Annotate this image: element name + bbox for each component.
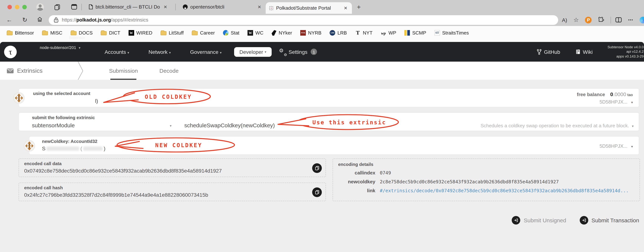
account-select-row[interactable]: using the selected account l) free balan…: [18, 88, 639, 107]
browser-tab-btcli-docs[interactable]: btcli.bittensor_cli — BTCLI Docs ✕: [86, 0, 172, 14]
minimize-window-button[interactable]: [15, 5, 19, 9]
divider: [82, 3, 82, 10]
chevron-down-icon[interactable]: ▾: [632, 124, 634, 128]
newcoldkey-param-row[interactable]: newColdkey: AccountId32 S ( ) 5D58HPJX..…: [29, 136, 639, 155]
lrb-icon: LRB: [330, 30, 335, 36]
gear-glyph: ⚙: [279, 47, 284, 53]
detail-key: link: [338, 188, 375, 194]
sidebar-icon: [70, 3, 78, 10]
bookmark-nyt[interactable]: TNYT: [355, 30, 372, 36]
nyrb-icon: NYR: [300, 30, 306, 36]
annotation-text: NEW COLDKEY: [155, 142, 202, 148]
param-label: newColdkey: AccountId32: [42, 139, 97, 144]
tab-groups-button[interactable]: [54, 3, 61, 10]
tab-stack-icon: [54, 3, 61, 10]
sign-in-icon: [580, 216, 588, 225]
home-button[interactable]: [37, 16, 43, 23]
method-select[interactable]: scheduleSwapColdkey(newColdkey): [184, 122, 275, 128]
chain-logo[interactable]: τ: [4, 45, 17, 58]
bookmark-nyker[interactable]: NYker: [272, 30, 292, 36]
wiki-link[interactable]: Wiki: [576, 49, 593, 55]
copy-call-hash-button[interactable]: [312, 187, 322, 197]
bookmark-label: Bittensor: [15, 30, 34, 36]
back-button[interactable]: ←: [6, 16, 12, 23]
redaction-blur: [47, 146, 79, 151]
close-tab-icon[interactable]: ✕: [162, 4, 169, 9]
bookmark-folder-bittensor[interactable]: Bittensor: [7, 30, 34, 36]
tab-decode[interactable]: Decode: [160, 62, 178, 80]
encoding-details-label: encoding details: [338, 162, 634, 167]
submit-unsigned-button[interactable]: Submit Unsigned: [512, 216, 566, 225]
github-link[interactable]: GitHub: [536, 49, 560, 55]
bookmark-folder-misc[interactable]: MISC: [42, 30, 62, 36]
annotation-old-coldkey: OLD COLDKEY: [102, 89, 213, 106]
encoded-section: encoded call data 0x07492c8e758dec5b9cd0…: [18, 159, 640, 201]
browser-tabstrip: btcli.bittensor_cli — BTCLI Docs ✕ opent…: [0, 0, 644, 14]
copilot-icon[interactable]: [640, 16, 644, 23]
detail-value: 2c8e758dec5b9cd0c86e932ce5843f932acab9b2…: [380, 179, 559, 185]
copy-call-data-button[interactable]: [312, 163, 322, 173]
document-icon: [88, 4, 93, 10]
read-aloud-button[interactable]: A): [562, 17, 567, 23]
nav-label: Governance: [190, 49, 218, 55]
bookmark-scmp[interactable]: SCMP: [404, 30, 426, 36]
close-tab-icon[interactable]: ✕: [342, 5, 349, 10]
bookmark-label: Stat: [231, 30, 239, 36]
module-select[interactable]: subtensorModule: [32, 122, 75, 128]
bookmark-stat[interactable]: Stat: [223, 30, 239, 36]
nav-developer[interactable]: Developer▾: [234, 47, 272, 57]
split-screen-button[interactable]: [616, 17, 622, 23]
tab-label: Submission: [109, 67, 138, 74]
nav-accounts[interactable]: Accounts▾: [104, 49, 129, 55]
bookmark-nyrb[interactable]: NYRNYRB: [300, 30, 322, 36]
browser-tab-polkadot-portal[interactable]: Polkadot/Substrate Portal ✕: [266, 2, 352, 14]
bookmark-label: NYRB: [308, 30, 322, 36]
extensions-button[interactable]: [598, 17, 604, 23]
account-address-dropdown[interactable]: 5D58HPJX...▾: [600, 99, 633, 105]
nav-governance[interactable]: Governance▾: [190, 49, 222, 55]
extrinsic-select-row: submit the following extrinsic subtensor…: [18, 112, 639, 131]
bookmark-label: NYT: [363, 30, 372, 36]
bookmark-label: StraitsTimes: [442, 30, 469, 36]
sign-in-icon: [512, 216, 520, 225]
bookmark-wc[interactable]: WWC: [248, 30, 263, 36]
submit-transaction-button[interactable]: Submit Transaction: [580, 216, 639, 225]
bookmark-straitstimes[interactable]: STStraitsTimes: [434, 30, 469, 36]
free-balance-label: free balance: [577, 92, 605, 97]
chevron-down-icon[interactable]: ▾: [170, 124, 172, 128]
bookmark-folder-litstuff[interactable]: LitStuff: [160, 30, 184, 36]
bookmark-lrb[interactable]: LRBLRB: [330, 30, 347, 36]
bookmark-label: MISC: [50, 30, 62, 36]
profile-avatar[interactable]: [36, 3, 44, 10]
github-label: GitHub: [544, 49, 560, 55]
bookmark-wp[interactable]: wpWP: [381, 30, 396, 36]
bookmark-label: DICT: [109, 30, 120, 36]
sidebar-toggle-button[interactable]: [70, 3, 78, 10]
browser-tab-opentensor[interactable]: opentensor/btcli ✕: [180, 0, 266, 14]
newyorker-icon: [272, 30, 276, 36]
favorite-star-button[interactable]: ☆: [574, 16, 579, 23]
reload-button[interactable]: ↻: [22, 16, 27, 23]
bookmark-folder-career[interactable]: Career: [192, 30, 215, 36]
close-window-button[interactable]: [8, 5, 12, 9]
nav-settings[interactable]: ⚙⚙ Settings 1: [280, 48, 317, 55]
new-tab-button[interactable]: ＋: [356, 2, 362, 11]
decode-link[interactable]: #/extrinsics/decode/0x07492c8e758dec5b9c…: [380, 188, 629, 194]
settings-more-button[interactable]: •••: [628, 18, 633, 22]
close-tab-icon[interactable]: ✕: [256, 4, 263, 9]
bookmark-folder-docs[interactable]: DOCS: [70, 30, 93, 36]
folder-icon: [101, 31, 107, 35]
bookmark-folder-dict[interactable]: DICT: [101, 30, 120, 36]
avatar-icon: [36, 3, 44, 10]
extrinsics-page: using the selected account l) free balan…: [0, 80, 644, 252]
address-bar[interactable]: https://polkadot.js.org/apps/#/extrinsic…: [49, 15, 558, 25]
polkadot-extension-button[interactable]: P: [585, 16, 592, 23]
zoom-window-button[interactable]: [22, 5, 27, 9]
nav-network[interactable]: Network▾: [148, 49, 171, 55]
settings-label: Settings: [288, 49, 307, 55]
param-address-dropdown[interactable]: 5D58HPJX...▾: [600, 143, 633, 149]
bookmark-wired[interactable]: WWIRED: [128, 30, 152, 36]
method-description: Schedules a coldkey swap operation to be…: [480, 123, 634, 128]
tab-submission[interactable]: Submission: [109, 62, 138, 80]
chevron-down-icon: ▾: [631, 145, 633, 148]
